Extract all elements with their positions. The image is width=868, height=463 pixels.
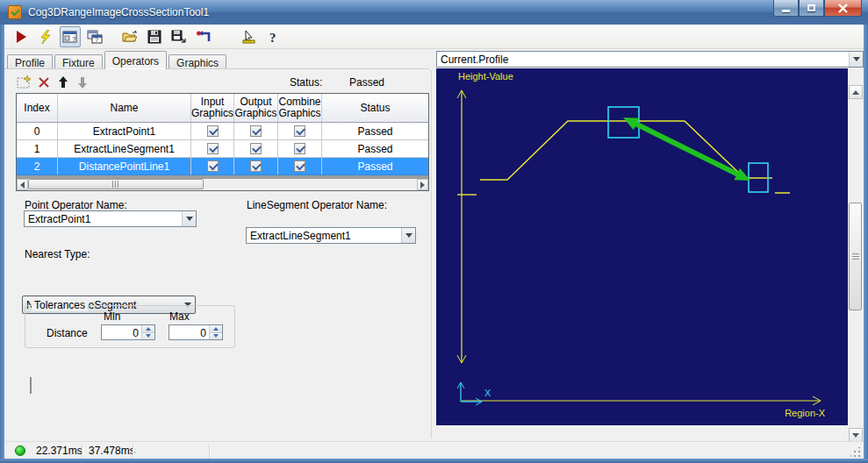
input-graphics-checkbox[interactable]: [207, 160, 219, 172]
plot-vertical-scrollbar[interactable]: [849, 85, 864, 442]
column-header-index[interactable]: Index: [17, 94, 58, 122]
spin-down-button[interactable]: [210, 333, 222, 340]
origin-x-label: X: [484, 388, 491, 398]
close-icon: [838, 4, 848, 13]
maximize-button[interactable]: [799, 0, 824, 17]
column-header-input[interactable]: Input Graphics: [191, 94, 234, 122]
trigger-button[interactable]: [35, 26, 56, 47]
chevron-down-icon[interactable]: [849, 52, 863, 67]
tab-fixture[interactable]: Fixture: [54, 54, 103, 69]
point-operator-label: Point Operator Name:: [25, 199, 127, 211]
scroll-up-button[interactable]: [849, 85, 863, 99]
display-source-combobox[interactable]: Current.Profile: [436, 51, 864, 68]
scroll-right-button[interactable]: [417, 179, 428, 190]
profile-plot[interactable]: Height-Value Region-X X: [436, 68, 848, 425]
distance-min-value[interactable]: 0: [102, 325, 141, 339]
distance-label: Distance: [47, 327, 88, 339]
column-header-output[interactable]: Output Graphics: [234, 94, 278, 122]
cell-input-graphics: [191, 123, 234, 139]
spin-down-button[interactable]: [142, 333, 154, 340]
cell-combine-graphics: [278, 140, 322, 157]
svg-text:?: ?: [72, 35, 76, 43]
scrollbar-thumb[interactable]: [28, 179, 204, 189]
minimize-icon: [782, 10, 790, 12]
distance-min-spinner[interactable]: 0: [101, 324, 155, 340]
chevron-down-icon[interactable]: [182, 211, 196, 226]
move-down-button[interactable]: [76, 75, 89, 93]
tab-profile[interactable]: Profile: [7, 54, 53, 69]
open-file-button[interactable]: [119, 26, 140, 47]
run-button[interactable]: [11, 26, 32, 47]
table-row[interactable]: 1 ExtractLineSegment1 Passed: [17, 140, 428, 158]
move-up-icon: [57, 75, 69, 89]
tab-strip: Profile Fixture Operators Graphics: [7, 52, 228, 69]
distance-max-value[interactable]: 0: [169, 325, 209, 339]
cell-index: 2: [17, 158, 58, 175]
add-operator-button[interactable]: [17, 75, 32, 93]
run-status-light: [15, 445, 25, 456]
save-icon: [147, 30, 161, 44]
show-tool-display-button[interactable]: ?: [60, 26, 81, 47]
tab-operators[interactable]: Operators: [104, 51, 167, 69]
float-display-button[interactable]: ?: [84, 26, 105, 47]
pointer-ruler-icon: [241, 30, 257, 44]
scrollbar-thumb[interactable]: [849, 203, 862, 310]
cell-combine-graphics: [278, 158, 322, 175]
distance-max-spinner[interactable]: 0: [169, 324, 223, 340]
input-graphics-checkbox[interactable]: [207, 125, 219, 137]
combine-graphics-checkbox[interactable]: [294, 125, 305, 137]
linesegment-operator-combobox[interactable]: ExtractLineSegment1: [246, 227, 416, 244]
save-as-button[interactable]: [169, 26, 190, 47]
point-operator-combobox[interactable]: ExtractPoint1: [24, 210, 197, 227]
reset-button[interactable]: [193, 26, 214, 47]
minimize-button[interactable]: [773, 0, 799, 17]
cell-output-graphics: [234, 158, 278, 175]
combine-graphics-checkbox[interactable]: [294, 143, 305, 154]
pointer-tool-button[interactable]: [239, 26, 260, 47]
scroll-left-button[interactable]: [17, 179, 28, 190]
output-graphics-checkbox[interactable]: [250, 125, 262, 137]
help-button[interactable]: ?: [263, 26, 284, 47]
scroll-down-button[interactable]: [849, 428, 863, 442]
spin-up-button[interactable]: [142, 325, 154, 333]
column-header-name[interactable]: Name: [58, 94, 191, 122]
app-icon: [8, 5, 22, 19]
total-time: 37.478ms: [89, 445, 135, 457]
distance-checkbox[interactable]: [30, 377, 32, 394]
window-border-right: [864, 25, 868, 463]
table-horizontal-scrollbar[interactable]: [17, 179, 428, 190]
window-title: Cog3DRangeImageCrossSectionTool1: [28, 6, 209, 18]
run-icon: [14, 30, 28, 44]
combine-graphics-checkbox[interactable]: [294, 160, 305, 172]
resize-grip[interactable]: [850, 447, 861, 458]
window-controls: [773, 0, 862, 17]
panel-separator: [431, 70, 432, 438]
point-operator-value: ExtractPoint1: [28, 213, 182, 225]
svg-text:?: ?: [95, 37, 98, 43]
distance-arrow-shaft[interactable]: [633, 122, 742, 175]
input-graphics-checkbox[interactable]: [207, 143, 219, 154]
max-label: Max: [169, 310, 190, 323]
table-header-row: Index Name Input Graphics Output Graphic…: [17, 94, 428, 123]
add-operator-icon: [17, 75, 32, 89]
move-up-button[interactable]: [57, 75, 69, 93]
output-graphics-checkbox[interactable]: [250, 160, 262, 172]
table-row[interactable]: 0 ExtractPoint1 Passed: [17, 123, 428, 140]
spin-up-button[interactable]: [210, 325, 222, 333]
linesegment-operator-label: LineSegment Operator Name:: [247, 199, 387, 211]
title-bar[interactable]: Cog3DRangeImageCrossSectionTool1: [0, 0, 868, 25]
open-folder-icon: [122, 30, 138, 44]
tab-graphics[interactable]: Graphics: [169, 54, 226, 69]
scroll-up-icon: [852, 90, 859, 95]
chevron-down-icon[interactable]: [401, 228, 415, 243]
window-border-bottom: [0, 459, 868, 463]
close-button[interactable]: [824, 0, 862, 17]
table-row-selected[interactable]: 2 DistancePointLine1 Passed: [17, 158, 428, 175]
window-border-left: [0, 25, 4, 463]
save-button[interactable]: [144, 26, 165, 47]
save-as-icon: [171, 30, 187, 44]
delete-operator-button[interactable]: [38, 76, 50, 92]
output-graphics-checkbox[interactable]: [250, 143, 262, 154]
column-header-status[interactable]: Status: [322, 94, 428, 122]
column-header-combine[interactable]: Combine Graphics: [278, 94, 322, 122]
